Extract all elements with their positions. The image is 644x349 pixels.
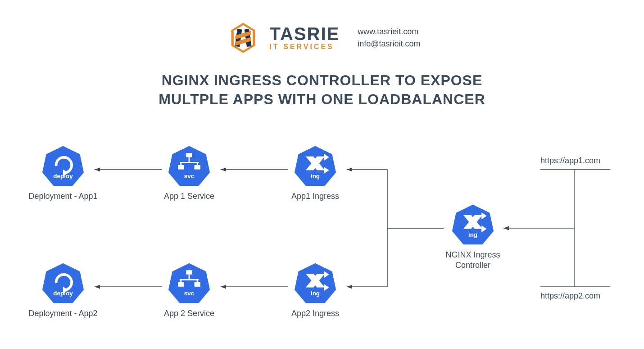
node-ingress-app2: ing App2 Ingress [279,262,351,319]
title-line1: NGINX INGRESS CONTROLLER TO EXPOSE [0,71,644,90]
node-label: Deployment - App2 [27,308,99,319]
ing-icon: ing [294,144,337,188]
svg-marker-26 [42,263,84,303]
svg-text:deploy: deploy [53,173,73,179]
svg-text:ing: ing [468,231,477,238]
svg-rect-14 [195,165,200,170]
svg-rect-32 [195,282,200,287]
deploy-icon: deploy [41,144,85,188]
svg-text:svc: svc [184,290,195,297]
website-text: www.tasrieit.com [358,26,420,38]
email-text: info@tasrieit.com [358,38,420,50]
diagram-title: NGINX INGRESS CONTROLLER TO EXPOSE MULTP… [0,71,644,109]
logo-text: TASRIE IT SERVICES [269,25,340,51]
node-label: App2 Ingress [279,308,351,319]
logo-block: TASRIE IT SERVICES [223,18,340,58]
svg-marker-8 [42,146,84,186]
ing-icon: ing [451,203,494,246]
node-label: App 1 Service [153,191,225,202]
contact-block: www.tasrieit.com info@tasrieit.com [358,26,420,50]
brand-tagline: IT SERVICES [269,43,340,51]
node-deployment-app1: deploy Deployment - App1 [27,144,99,202]
url-app1: https://app1.com [540,156,600,165]
brand-name: TASRIE [269,25,340,43]
svc-icon: svc [168,262,211,305]
logo-icon [223,18,263,58]
node-label: App 2 Service [153,308,225,319]
node-service-app1: svc App 1 Service [153,144,225,202]
url-app2: https://app2.com [540,291,600,301]
svg-text:ing: ing [311,173,320,179]
title-line2: MULTPLE APPS WITH ONE LOADBALANCER [0,90,644,109]
node-deployment-app2: deploy Deployment - App2 [27,262,99,319]
svc-icon: svc [168,144,211,188]
svg-rect-30 [186,270,192,275]
svg-rect-31 [178,282,184,287]
node-label: App1 Ingress [279,191,351,202]
node-ingress-app1: ing App1 Ingress [279,144,351,202]
svg-text:svc: svc [184,173,195,179]
diagram-canvas: deploy Deployment - App1 svc App 1 Servi… [0,135,644,343]
svg-rect-12 [186,153,192,157]
svg-text:ing: ing [311,290,320,297]
svg-rect-13 [178,165,184,170]
ing-icon: ing [294,262,337,305]
node-service-app2: svc App 2 Service [153,262,225,319]
svg-text:deploy: deploy [53,290,73,297]
node-label: Deployment - App1 [27,191,99,202]
deploy-icon: deploy [41,262,85,305]
svg-marker-29 [168,263,210,303]
header: TASRIE IT SERVICES www.tasrieit.com info… [0,0,644,58]
node-label: NGINX Ingress Controller [437,250,509,270]
svg-marker-11 [168,146,210,186]
node-ingress-controller: ing NGINX Ingress Controller [437,203,509,270]
